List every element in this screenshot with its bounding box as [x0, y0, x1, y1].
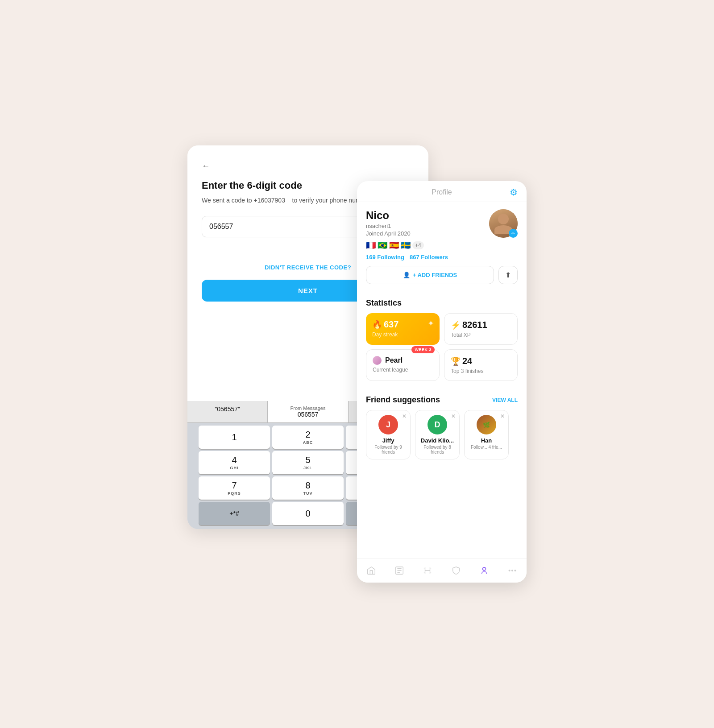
user-section: Nico nsacheri1 Joined April 2020 🇫🇷 🇧🇷 🇪… — [357, 202, 527, 266]
xp-label: Total XP — [451, 332, 511, 338]
following-stat[interactable]: 169 Following — [366, 254, 404, 261]
nav-character[interactable] — [476, 564, 493, 577]
top3-value: 24 — [462, 356, 472, 366]
key-special[interactable]: +*# — [199, 502, 270, 525]
friends-section: Friend suggestions VIEW ALL ✕ J Jiffy Fo… — [357, 388, 527, 465]
key-2[interactable]: 2ABC — [272, 426, 344, 449]
avatar-container: ✏ — [489, 209, 518, 238]
key-1[interactable]: 1 — [199, 426, 270, 449]
friend-close-jiffy[interactable]: ✕ — [402, 413, 407, 419]
top3-card: 🏆 24 Top 3 finishes — [444, 349, 518, 381]
suggestion-messages[interactable]: From Messages 056557 — [268, 401, 348, 422]
friend-card-jiffy: ✕ J Jiffy Followed by 9 friends — [366, 410, 411, 459]
streak-star-icon: ✦ — [428, 318, 434, 328]
friend-card-david: ✕ D David Klio... Followed by 8 friends — [415, 410, 460, 459]
league-icon — [373, 356, 382, 365]
user-flags: 🇫🇷 🇧🇷 🇪🇸 🇸🇪 +4 — [366, 240, 489, 250]
share-button[interactable]: ⬆ — [498, 266, 518, 284]
flag-more[interactable]: +4 — [412, 241, 424, 249]
key-4[interactable]: 4GHI — [199, 451, 270, 474]
league-card: WEEK 3 Pearl Current league — [366, 349, 440, 381]
user-name: Nico — [366, 209, 489, 222]
xp-icon: ⚡ — [451, 320, 461, 330]
friend-avatar-david: D — [428, 415, 447, 434]
screens-container: ← Enter the 6-digit code We sent a code … — [187, 145, 527, 583]
user-info: Nico nsacheri1 Joined April 2020 🇫🇷 🇧🇷 🇪… — [366, 209, 489, 261]
svg-point-3 — [512, 570, 513, 571]
svg-point-2 — [509, 570, 511, 571]
friend-sub-jiffy: Followed by 9 friends — [370, 445, 407, 455]
add-friends-icon: 👤 — [403, 272, 410, 278]
streak-value: 637 — [384, 319, 399, 330]
league-value: Pearl — [385, 356, 403, 364]
streak-icon: 🔥 — [372, 320, 382, 330]
stats-grid: ✦ 🔥 637 Day streak ⚡ 82611 Total — [366, 313, 518, 381]
streak-label: Day streak — [372, 331, 433, 338]
friend-avatar-han: 🌿 — [477, 415, 496, 434]
friends-list: ✕ J Jiffy Followed by 9 friends ✕ D Davi… — [366, 410, 518, 459]
profile-header: Profile ⚙ — [357, 181, 527, 202]
friend-card-han: ✕ 🌿 Han Follow... 4 frie... — [464, 410, 509, 459]
gear-icon[interactable]: ⚙ — [510, 187, 518, 198]
top3-icon: 🏆 — [451, 356, 461, 366]
flag-br: 🇧🇷 — [378, 240, 387, 250]
action-buttons: 👤 + ADD FRIENDS ⬆ — [357, 266, 527, 291]
follow-stats: 169 Following 867 Followers — [366, 254, 489, 261]
xp-card: ⚡ 82611 Total XP — [444, 313, 518, 345]
nav-shield[interactable] — [448, 564, 465, 577]
nav-lessons[interactable] — [391, 564, 408, 577]
key-5[interactable]: 5JKL — [272, 451, 344, 474]
nav-home[interactable] — [363, 564, 380, 577]
key-0[interactable]: 0 — [272, 502, 344, 525]
statistics-section: Statistics ✦ 🔥 637 Day streak — [357, 291, 527, 388]
back-button[interactable]: ← — [202, 161, 414, 171]
flag-se: 🇸🇪 — [401, 240, 411, 250]
week-badge: WEEK 3 — [411, 346, 435, 353]
key-7[interactable]: 7PQRS — [199, 476, 270, 500]
friend-close-david[interactable]: ✕ — [451, 413, 456, 419]
profile-title: Profile — [432, 188, 452, 196]
streak-card: ✦ 🔥 637 Day streak — [366, 313, 440, 345]
profile-content: Nico nsacheri1 Joined April 2020 🇫🇷 🇧🇷 🇪… — [357, 202, 527, 558]
friend-avatar-jiffy: J — [378, 415, 398, 434]
suggestion-quoted[interactable]: "056557" — [187, 401, 268, 422]
view-all-button[interactable]: VIEW ALL — [492, 397, 518, 403]
statistics-title: Statistics — [366, 298, 518, 308]
user-handle: nsacheri1 — [366, 223, 489, 229]
friend-close-han[interactable]: ✕ — [500, 413, 505, 419]
top3-label: Top 3 finishes — [451, 368, 511, 374]
league-label: Current league — [373, 367, 433, 373]
nav-exercise[interactable] — [419, 564, 436, 577]
xp-value: 82611 — [462, 320, 487, 330]
profile-screen: Profile ⚙ Nico nsacheri1 Joined April 20… — [357, 181, 527, 583]
add-friends-button[interactable]: 👤 + ADD FRIENDS — [366, 266, 494, 284]
followers-stat[interactable]: 867 Followers — [410, 254, 448, 261]
bottom-nav — [357, 558, 527, 583]
friends-header: Friend suggestions VIEW ALL — [366, 395, 518, 405]
friend-name-jiffy: Jiffy — [382, 437, 394, 444]
friend-sub-david: Followed by 8 friends — [419, 445, 456, 455]
nav-more[interactable] — [504, 564, 521, 577]
key-8[interactable]: 8TUV — [272, 476, 344, 500]
friend-name-david: David Klio... — [421, 437, 454, 444]
flag-es: 🇪🇸 — [389, 240, 399, 250]
flag-fr: 🇫🇷 — [366, 240, 376, 250]
friends-title: Friend suggestions — [366, 395, 440, 405]
friend-name-han: Han — [481, 437, 492, 444]
user-joined: Joined April 2020 — [366, 230, 489, 237]
avatar-edit-button[interactable]: ✏ — [509, 229, 518, 238]
svg-point-4 — [515, 570, 516, 571]
friend-sub-han: Follow... 4 frie... — [471, 445, 502, 450]
